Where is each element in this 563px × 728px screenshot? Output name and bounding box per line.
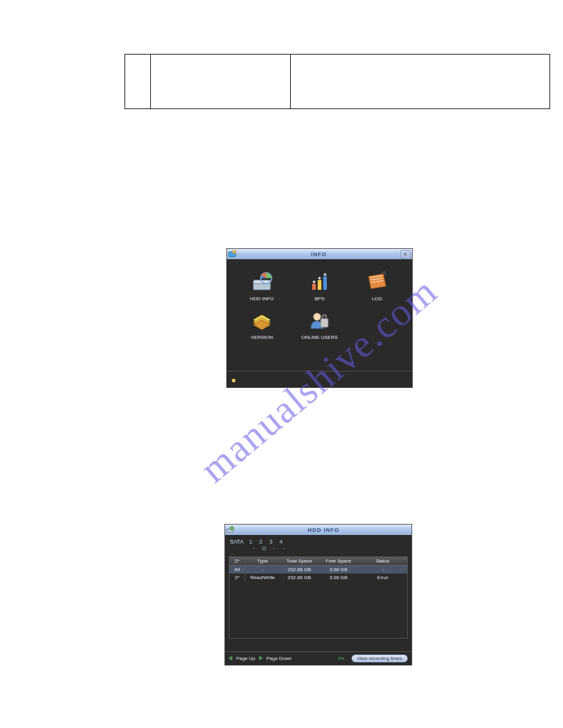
sata-port: 4 <box>277 539 285 545</box>
table-row[interactable]: 2* Read/Write 232.88 GB 3.06 GB Error <box>229 574 407 582</box>
svg-point-11 <box>313 313 321 320</box>
cell-type: Read/Write <box>245 574 280 582</box>
menu-item-log[interactable]: LOG <box>348 270 406 301</box>
hdd-titlebar: HDD INFO <box>225 525 412 535</box>
hdd-title-icon <box>225 525 236 535</box>
svg-rect-12 <box>321 319 328 327</box>
svg-point-1 <box>233 251 236 254</box>
col-header-free: Free Space <box>319 557 358 565</box>
cell-status: - <box>358 566 407 574</box>
bps-icon <box>307 270 332 294</box>
svg-point-14 <box>230 526 234 530</box>
log-icon <box>365 270 389 294</box>
hdd-table-header: 2* Type Total Space Free Space Status <box>229 557 407 566</box>
info-titlebar: INFO ✕ <box>227 249 412 259</box>
hdd-footer: ᐊ Page Up ᐅ Page Down Fn View recording … <box>225 651 412 665</box>
tip-icon <box>232 379 236 382</box>
menu-label: LOG <box>372 296 383 301</box>
sata-status: O <box>260 545 269 552</box>
svg-rect-5 <box>312 284 316 290</box>
cell-total: 232.88 GB <box>280 574 319 582</box>
document-table <box>124 54 550 109</box>
table-row[interactable]: All - 232.88 GB 3.06 GB - <box>229 566 407 574</box>
version-icon <box>250 309 274 332</box>
divider <box>227 371 412 371</box>
info-window: INFO ✕ HDD INFO <box>226 248 413 388</box>
cell-free: 3.06 GB <box>319 566 358 574</box>
svg-rect-6 <box>318 280 321 290</box>
sata-label: SATA <box>230 539 243 545</box>
hdd-info-window: HDD INFO SATA 1 2 3 4 - O - - 2* Type To… <box>224 524 412 665</box>
info-title-icon <box>227 249 237 259</box>
menu-label: BPS <box>315 296 324 301</box>
menu-item-online-users[interactable]: ONLINE USERS <box>291 309 348 340</box>
col-header-status: Status <box>358 557 407 565</box>
menu-label: VERSION <box>251 335 273 340</box>
svg-rect-7 <box>323 276 327 290</box>
sata-ports-row: SATA 1 2 3 4 <box>225 535 412 545</box>
page-down-button[interactable]: Page Down <box>266 656 291 661</box>
hdd-title: HDD INFO <box>236 527 412 533</box>
info-title: INFO <box>237 251 400 257</box>
svg-point-10 <box>324 273 326 276</box>
fn-label: Fn <box>339 656 344 661</box>
hdd-info-icon <box>250 270 274 294</box>
cell-status: Error <box>358 574 407 582</box>
sata-port: 1 <box>247 539 255 545</box>
menu-label: ONLINE USERS <box>301 335 338 340</box>
col-header-total: Total Space <box>280 557 319 565</box>
page-area: manualshive.com INFO ✕ <box>37 6 527 705</box>
page-down-icon: ᐅ <box>259 656 262 661</box>
online-users-icon <box>307 309 332 332</box>
sata-status: - <box>270 545 278 552</box>
page-up-button[interactable]: Page Up <box>236 656 255 661</box>
sata-status: - <box>250 545 258 552</box>
hdd-table: 2* Type Total Space Free Space Status Al… <box>229 556 408 639</box>
cell-type: - <box>245 566 280 574</box>
cell-index: 2* <box>229 574 245 582</box>
svg-point-8 <box>313 281 315 283</box>
sata-status: - <box>280 545 289 552</box>
cell-free: 3.06 GB <box>319 574 358 582</box>
cell-index: All <box>229 566 245 574</box>
menu-item-bps[interactable]: BPS <box>291 270 348 301</box>
svg-point-9 <box>318 277 321 279</box>
menu-item-hdd-info[interactable]: HDD INFO <box>233 270 291 301</box>
sata-port: 2 <box>256 539 265 545</box>
menu-label: HDD INFO <box>250 296 274 301</box>
col-header-type: Type <box>245 557 280 565</box>
sata-port: 3 <box>267 539 275 545</box>
page-up-icon: ᐊ <box>229 656 232 661</box>
close-icon: ✕ <box>403 251 408 257</box>
info-close-button[interactable]: ✕ <box>400 250 410 259</box>
cell-total: 232.88 GB <box>280 566 319 574</box>
sata-status-row: - O - - <box>225 545 412 555</box>
col-header-index: 2* <box>229 557 245 565</box>
menu-item-version[interactable]: VERSION <box>233 309 291 340</box>
view-recording-times-button[interactable]: View recording times <box>351 654 408 662</box>
info-icon-grid: HDD INFO BPS <box>227 259 412 347</box>
